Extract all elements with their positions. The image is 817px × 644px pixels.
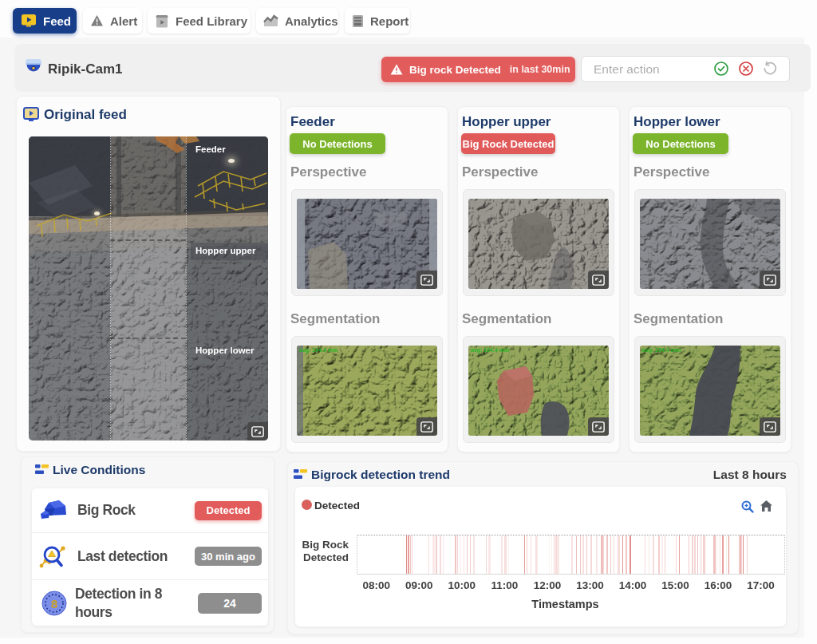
svg-text:8: 8 <box>51 597 58 610</box>
